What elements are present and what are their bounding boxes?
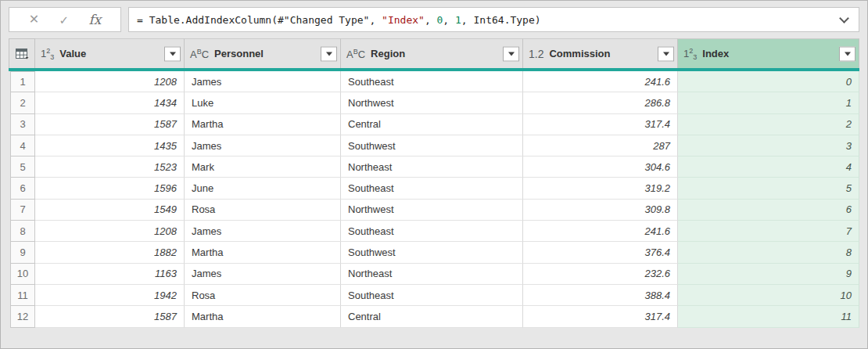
cell-index[interactable]: 8 bbox=[678, 242, 859, 263]
formula-input[interactable]: = Table.AddIndexColumn(#"Changed Type", … bbox=[128, 7, 859, 32]
cell-index[interactable]: 4 bbox=[678, 157, 859, 178]
cell-personnel[interactable]: James bbox=[185, 264, 341, 285]
cell-commission[interactable]: 319.2 bbox=[523, 178, 678, 199]
cell-commission[interactable]: 388.4 bbox=[523, 285, 678, 306]
cell-value[interactable]: 1208 bbox=[35, 71, 185, 92]
table-row: 61596JuneSoutheast319.25 bbox=[9, 178, 859, 199]
cell-region[interactable]: Central bbox=[341, 306, 523, 327]
cell-value[interactable]: 1549 bbox=[35, 200, 185, 221]
cell-region[interactable]: Southeast bbox=[341, 71, 523, 92]
row-number[interactable]: 7 bbox=[10, 199, 35, 221]
table-corner-menu[interactable] bbox=[9, 38, 35, 68]
cell-commission[interactable]: 317.4 bbox=[523, 306, 678, 327]
cell-personnel[interactable]: Luke bbox=[185, 92, 341, 113]
row-number-gutter: 4 bbox=[9, 135, 35, 157]
row-number[interactable]: 12 bbox=[10, 305, 35, 327]
cell-region[interactable]: Southeast bbox=[341, 221, 523, 242]
column-header-label: Region bbox=[371, 48, 405, 59]
cell-personnel[interactable]: James bbox=[185, 221, 341, 242]
row-number[interactable]: 3 bbox=[10, 113, 35, 135]
confirm-icon[interactable]: ✓ bbox=[59, 14, 69, 26]
cell-value[interactable]: 1208 bbox=[35, 221, 185, 242]
cell-personnel[interactable]: Martha bbox=[185, 114, 341, 135]
cell-commission[interactable]: 241.6 bbox=[523, 221, 678, 242]
cell-value[interactable]: 1882 bbox=[35, 242, 185, 263]
cell-personnel[interactable]: June bbox=[185, 178, 341, 199]
cell-region[interactable]: Southwest bbox=[341, 242, 523, 263]
row-number[interactable]: 11 bbox=[10, 284, 35, 306]
cell-index[interactable]: 6 bbox=[678, 200, 859, 221]
cell-personnel[interactable]: Martha bbox=[185, 306, 341, 327]
cell-personnel[interactable]: Martha bbox=[185, 242, 341, 263]
cell-commission[interactable]: 376.4 bbox=[523, 242, 678, 263]
cell-index[interactable]: 7 bbox=[678, 221, 859, 242]
cell-personnel[interactable]: Rosa bbox=[185, 200, 341, 221]
column-header-index[interactable]: 123Index bbox=[678, 38, 859, 68]
cell-commission[interactable]: 232.6 bbox=[523, 264, 678, 285]
cell-index[interactable]: 9 bbox=[678, 264, 859, 285]
fx-icon[interactable]: fx bbox=[88, 13, 101, 27]
cell-region[interactable]: Southwest bbox=[341, 135, 523, 157]
cell-index[interactable]: 0 bbox=[678, 71, 859, 92]
cell-commission[interactable]: 286.8 bbox=[523, 92, 678, 113]
filter-dropdown-button[interactable] bbox=[321, 46, 337, 61]
row-number[interactable]: 10 bbox=[10, 263, 35, 285]
column-header-label: Commission bbox=[549, 48, 610, 59]
filter-triangle-icon bbox=[663, 52, 669, 56]
column-header-personnel[interactable]: ABCPersonnel bbox=[185, 38, 341, 68]
text-type-icon[interactable]: ABC bbox=[346, 48, 365, 60]
row-number[interactable]: 8 bbox=[10, 220, 35, 242]
row-number[interactable]: 5 bbox=[10, 156, 35, 178]
cell-index[interactable]: 5 bbox=[678, 178, 859, 199]
cell-commission[interactable]: 304.6 bbox=[523, 157, 678, 178]
cell-personnel[interactable]: James bbox=[185, 135, 341, 157]
cell-commission[interactable]: 287 bbox=[523, 135, 678, 157]
cell-region[interactable]: Northwest bbox=[341, 92, 523, 113]
cell-value[interactable]: 1942 bbox=[35, 285, 185, 306]
column-header-region[interactable]: ABCRegion bbox=[341, 38, 523, 68]
cell-index[interactable]: 2 bbox=[678, 114, 859, 135]
filter-dropdown-button[interactable] bbox=[658, 46, 674, 61]
cell-commission[interactable]: 241.6 bbox=[523, 71, 678, 92]
filter-dropdown-button[interactable] bbox=[503, 46, 519, 61]
cell-index[interactable]: 10 bbox=[678, 285, 859, 306]
row-number[interactable]: 2 bbox=[10, 92, 35, 113]
cell-region[interactable]: Northeast bbox=[341, 157, 523, 178]
cell-value[interactable]: 1434 bbox=[35, 92, 185, 113]
column-header-label: Index bbox=[702, 48, 729, 59]
row-number[interactable]: 6 bbox=[10, 177, 35, 199]
cell-region[interactable]: Northwest bbox=[341, 200, 523, 221]
filter-dropdown-button[interactable] bbox=[839, 46, 855, 61]
column-header-value[interactable]: 123Value bbox=[35, 38, 185, 68]
formula-token-plain: , bbox=[443, 14, 455, 26]
cell-commission[interactable]: 317.4 bbox=[523, 114, 678, 135]
cell-value[interactable]: 1163 bbox=[35, 264, 185, 285]
cell-index[interactable]: 11 bbox=[678, 306, 859, 327]
whole-number-type-icon[interactable]: 123 bbox=[683, 47, 697, 61]
cell-index[interactable]: 3 bbox=[678, 135, 859, 157]
text-type-icon[interactable]: ABC bbox=[190, 48, 209, 60]
whole-number-type-icon[interactable]: 123 bbox=[41, 47, 54, 61]
cell-value[interactable]: 1596 bbox=[35, 178, 185, 199]
cell-value[interactable]: 1435 bbox=[35, 135, 185, 157]
cell-value[interactable]: 1587 bbox=[35, 114, 185, 135]
filter-dropdown-button[interactable] bbox=[164, 46, 181, 61]
cancel-icon[interactable]: ✕ bbox=[29, 13, 39, 26]
column-header-commission[interactable]: 1.2Commission bbox=[523, 38, 678, 68]
cell-region[interactable]: Southeast bbox=[341, 178, 523, 199]
cell-region[interactable]: Southeast bbox=[341, 285, 523, 306]
cell-index[interactable]: 1 bbox=[678, 92, 859, 113]
cell-personnel[interactable]: James bbox=[185, 71, 341, 92]
row-number[interactable]: 4 bbox=[10, 135, 35, 157]
cell-personnel[interactable]: Rosa bbox=[185, 285, 341, 306]
cell-commission[interactable]: 309.8 bbox=[523, 200, 678, 221]
cell-value[interactable]: 1523 bbox=[35, 157, 185, 178]
cell-region[interactable]: Northeast bbox=[341, 264, 523, 285]
chevron-down-icon[interactable] bbox=[839, 13, 849, 23]
cell-value[interactable]: 1587 bbox=[35, 306, 185, 327]
row-number[interactable]: 9 bbox=[10, 241, 35, 263]
cell-personnel[interactable]: Mark bbox=[185, 157, 341, 178]
cell-region[interactable]: Central bbox=[341, 114, 523, 135]
row-number[interactable]: 1 bbox=[10, 71, 35, 92]
decimal-type-icon[interactable]: 1.2 bbox=[529, 48, 543, 60]
